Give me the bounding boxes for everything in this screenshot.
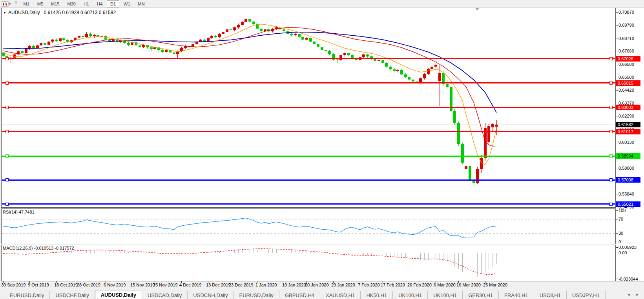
chart-tab-list: EURUSD,DailyUSDCHF,DailyAUDUSD,DailyUSDC… [4, 290, 606, 299]
date-label: 10 Jan 2020 [282, 283, 306, 287]
date-label: 25 Mar 2020 [483, 283, 507, 287]
chart-tab-bar: EURUSD,DailyUSDCHF,DailyAUDUSD,DailyUSDC… [0, 289, 644, 299]
timeframe-button-group: M1M5M15M30H1H4D1W1MN [20, 0, 149, 7]
chart-tab-xauusd-h1[interactable]: XAUUSD,H1 [320, 291, 361, 299]
date-label: 18 Oct 2019 [54, 283, 78, 287]
price-tick-label: 0.69790 [618, 23, 634, 27]
date-label: 29 Jan 2020 [331, 283, 355, 287]
timeframe-button-w1[interactable]: W1 [120, 0, 134, 7]
chart-tab-usdchf-daily[interactable]: USDCHF,Daily [50, 291, 95, 299]
timeframe-button-m5[interactable]: M5 [34, 0, 47, 7]
chart-tab-uk100-h1[interactable]: UK100,H1 [393, 291, 428, 299]
chart-icon[interactable] [2, 1, 9, 7]
macd-tick-label: 0.00 [618, 250, 627, 255]
hline-price-label[interactable]: 0.57008 [616, 177, 640, 183]
date-label: 1 Jan 2020 [255, 283, 277, 287]
toolbar-grip-handle[interactable] [15, 1, 17, 6]
date-label: 15 Nov 2019 [130, 283, 155, 287]
chart-tab-usdcad-daily[interactable]: USDCAD,Daily [142, 291, 188, 299]
chart-tab-usoil-h1[interactable]: USOil,H1 [534, 291, 567, 299]
chart-title: ▼AUDUSD,Daily0.61425 0.61928 0.60713 0.6… [3, 10, 116, 15]
chart-tab-fra40-h1[interactable]: FRA40,H1 [499, 291, 534, 299]
timeframe-button-mn[interactable]: MN [135, 0, 148, 7]
chart-title-ohlc: 0.61425 0.61928 0.60713 0.61582 [44, 10, 116, 15]
chevron-down-icon[interactable]: ▾ [9, 2, 11, 6]
hline-price-label[interactable]: 0.58994 [616, 153, 640, 159]
current-price-label: 0.61582 [616, 122, 640, 127]
date-label: 13 Dec 2019 [206, 283, 230, 287]
rsi-tick-label: 70 [618, 217, 623, 221]
collapse-triangle-icon[interactable]: ▼ [3, 11, 6, 14]
timeframe-button-h4[interactable]: H4 [93, 0, 106, 7]
timeframe-button-d1[interactable]: D1 [107, 0, 119, 7]
date-label: 6 Nov 2019 [104, 283, 126, 287]
price-tick-label: 0.70870 [618, 10, 634, 14]
rsi-panel[interactable] [1, 208, 616, 244]
macd-tick-label: -0.023944 [618, 277, 638, 281]
timeframe-button-h1[interactable]: H1 [80, 0, 93, 7]
rsi-tick-label: 100 [618, 208, 626, 213]
macd-panel[interactable] [1, 245, 616, 281]
date-label: 6 Mar 2020 [434, 283, 456, 287]
chart-tab-audusd-daily[interactable]: AUDUSD,Daily [95, 290, 142, 299]
date-label: 17 Feb 2020 [381, 283, 405, 287]
timeframe-button-m1[interactable]: M1 [20, 0, 33, 7]
price-tick-label: 0.60130 [618, 140, 634, 145]
hline-price-label[interactable]: 0.61017 [616, 129, 640, 134]
price-tick-label: 0.66580 [618, 62, 634, 67]
chart-title-symbol: AUDUSD,Daily [8, 10, 40, 15]
price-tick-label: 0.68710 [618, 36, 634, 41]
timeframe-button-m15[interactable]: M15 [47, 0, 63, 7]
hline-price-label[interactable]: 0.65015 [616, 80, 640, 86]
hline-price-label[interactable]: 0.63003 [616, 105, 640, 110]
chart-tab-gbpusd-h4[interactable]: GBPUSD,H4 [279, 291, 320, 299]
date-label: 7 Feb 2020 [358, 283, 380, 287]
price-tick-label: 0.64420 [618, 88, 634, 92]
chart-tab-uk100-h1[interactable]: UK100,H1 [428, 291, 463, 299]
timeframe-button-m30[interactable]: M30 [64, 0, 79, 7]
date-label: 16 Mar 2020 [456, 283, 481, 287]
price-tick-label: 0.65500 [618, 75, 634, 80]
main-chart-panel[interactable] [1, 8, 616, 208]
date-label: 23 Dec 2019 [229, 283, 253, 287]
price-tick-label: 0.62290 [618, 114, 634, 118]
price-tick-label: 0.67660 [618, 49, 634, 53]
date-label: 9 Oct 2019 [28, 283, 49, 287]
chart-shift-marker[interactable] [476, 8, 479, 11]
macd-tick-label: 0.005923 [618, 245, 637, 250]
rsi-header: RSI(14) 47.7481 [3, 210, 35, 214]
chart-tab-eurusd-daily[interactable]: EURUSD,Daily [4, 291, 50, 299]
tab-scroll-left-icon[interactable]: ◂ [628, 292, 630, 297]
tab-scroll-right-icon[interactable]: ▸ [636, 292, 639, 297]
price-tick-label: 0.58000 [618, 166, 634, 170]
chart-tab-usdcnh-daily[interactable]: USDCNH,Daily [188, 291, 234, 299]
tab-scroll-arrows: ◂ ▸ [622, 292, 639, 297]
hline-price-label[interactable]: 0.67026 [616, 56, 640, 62]
chart-tab-ger30-h1[interactable]: GER30,H1 [463, 291, 499, 299]
price-tick-label: 0.55840 [618, 192, 634, 196]
date-label: 4 Dec 2019 [179, 283, 201, 287]
date-label: 20 Jan 2020 [305, 283, 329, 287]
rsi-tick-label: 0 [618, 239, 621, 244]
rsi-tick-label: 30 [618, 231, 623, 236]
chart-tab-usdjpy-h1[interactable]: USDJPY,H1 [567, 291, 606, 299]
chart-tab-hk50-h1[interactable]: HK50,H1 [361, 291, 393, 299]
date-label: 28 Oct 2019 [77, 283, 100, 287]
hline-price-label[interactable]: 0.55021 [616, 201, 640, 207]
chart-tab-eurusd-daily[interactable]: EURUSD,Daily [234, 291, 279, 299]
date-label: 30 Sep 2019 [1, 283, 26, 287]
date-label: 26 Feb 2020 [407, 283, 432, 287]
date-label: 25 Nov 2019 [153, 283, 177, 287]
toolbar: ▾ M1M5M15M30H1H4D1W1MN [0, 0, 644, 8]
macd-header: MACD(12,26,9) -0.010513 -0.017572 [3, 246, 74, 250]
